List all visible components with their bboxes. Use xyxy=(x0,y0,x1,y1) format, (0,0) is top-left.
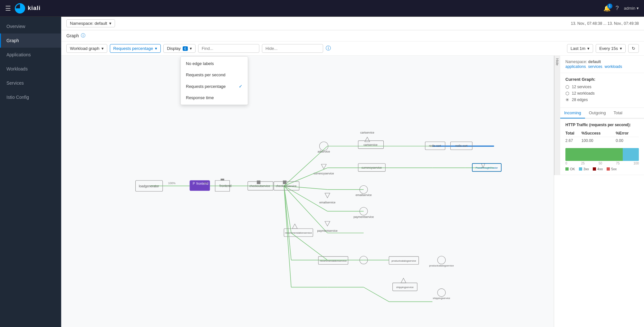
legend-5xx-color xyxy=(607,167,610,171)
dropdown-item-requests-per-second[interactable]: Requests per second xyxy=(181,69,248,80)
tab-outgoing[interactable]: Outgoing xyxy=(585,108,610,118)
bar-chart-container: 0 25 50 75 100 OK xyxy=(565,148,639,171)
legend-5xx: 5xx xyxy=(607,167,617,171)
sidebar-item-applications[interactable]: Applications xyxy=(0,48,61,62)
notification-badge: 1 xyxy=(607,4,612,9)
top-navigation: ☰ kiali 🔔 1 ? admin ▾ xyxy=(0,0,644,17)
graph-canvas-wrapper: loadgenerator P frontend frontend checko… xyxy=(61,56,644,327)
hamburger-menu[interactable]: ☰ xyxy=(5,5,11,12)
sidebar-item-istio-config[interactable]: Istio Config xyxy=(0,90,61,104)
col-success: %Success xyxy=(582,130,616,137)
namespace-label: Namespace: default xyxy=(70,21,107,26)
svg-text:adservice: adservice xyxy=(318,150,330,153)
val-error: 0.00 xyxy=(616,137,639,145)
svg-text:PassthroughCluster: PassthroughCluster xyxy=(476,166,498,169)
tab-total[interactable]: Total xyxy=(610,108,626,118)
svg-text:frontend: frontend xyxy=(219,184,231,188)
namespace-links: applications, services, workloads xyxy=(565,64,639,69)
current-graph-title: Current Graph: xyxy=(565,77,639,82)
svg-text:cartservice: cartservice xyxy=(360,131,374,134)
graph-canvas[interactable]: loadgenerator P frontend frontend checko… xyxy=(61,56,554,327)
traffic-table: Total %Success %Error 2.67 100.00 xyxy=(565,130,639,144)
logo-icon xyxy=(15,3,25,14)
graph-toolbar: Workload graph ▾ Requests percentage ▾ D… xyxy=(61,42,644,56)
svg-text:checkoutservice: checkoutservice xyxy=(276,184,296,188)
requests-percentage-chevron: ▾ xyxy=(155,46,157,51)
workloads-link[interactable]: workloads xyxy=(605,64,622,69)
table-row: 2.67 100.00 0.00 xyxy=(565,137,639,145)
bar-ok-segment xyxy=(565,148,623,161)
sidebar-item-graph[interactable]: Graph xyxy=(0,33,61,48)
hide-panel-button[interactable]: Hide xyxy=(554,56,560,175)
every-time-button[interactable]: Every 15s ▾ xyxy=(596,44,626,53)
svg-text:recommendationservice: recommendationservice xyxy=(320,259,347,262)
panel-tabs-section: Incoming Outgoing Total xyxy=(560,108,644,119)
main-header: Namespace: default ▾ 13. Nov., 07:48:38 … xyxy=(61,17,644,30)
tab-incoming[interactable]: Incoming xyxy=(560,108,585,118)
graph-title: Graph xyxy=(66,33,79,38)
display-chevron: ▾ xyxy=(190,46,192,51)
display-count-badge: 6 xyxy=(183,46,188,51)
services-link[interactable]: services xyxy=(588,64,602,69)
date-range: 13. Nov., 07:48:38 ... 13. Nov., 07:49:3… xyxy=(571,21,639,26)
sidebar-item-services[interactable]: Services xyxy=(0,76,61,90)
bar-legend: OK 3xx 4xx xyxy=(565,167,639,171)
legend-3xx-color xyxy=(579,167,582,171)
legend-ok: OK xyxy=(565,167,575,171)
dropdown-item-response-time[interactable]: Response time xyxy=(181,92,248,103)
legend-ok-color xyxy=(565,167,569,171)
dropdown-item-requests-percentage[interactable]: Requests percentage ✓ xyxy=(181,80,248,92)
last-time-button[interactable]: Last 1m ▾ xyxy=(567,44,593,53)
requests-percentage-button[interactable]: Requests percentage ▾ xyxy=(110,44,161,53)
svg-text:emailservice: emailservice xyxy=(319,201,335,204)
traffic-section: HTTP Traffic (requests per second): Tota… xyxy=(560,119,644,175)
find-input[interactable] xyxy=(198,44,259,53)
workload-graph-button[interactable]: Workload graph ▾ xyxy=(66,44,107,53)
legend-4xx-color xyxy=(593,167,596,171)
graph-titlebar: Graph ⓘ xyxy=(61,30,644,42)
hide-input[interactable] xyxy=(262,44,323,53)
traffic-title: HTTP Traffic (requests per second): xyxy=(565,123,639,127)
graph-workloads-count: ⬡ 12 workloads xyxy=(565,91,639,96)
current-graph-section: Current Graph: ⬡ 12 services ⬡ 12 worklo… xyxy=(560,73,644,108)
svg-text:paymentservice: paymentservice xyxy=(353,215,374,219)
svg-text:currencyservice: currencyservice xyxy=(361,166,382,169)
toolbar-right: Last 1m ▾ Every 15s ▾ ↻ xyxy=(567,44,639,53)
svg-text:redis-cart: redis-cart xyxy=(455,144,467,147)
svg-marker-42 xyxy=(221,179,224,181)
sidebar-item-workloads[interactable]: Workloads xyxy=(0,62,61,76)
namespace-section: Namespace: default applications, service… xyxy=(560,56,644,73)
svg-marker-47 xyxy=(283,181,286,184)
graph-services-count: ⬡ 12 services xyxy=(565,84,639,89)
legend-4xx: 4xx xyxy=(593,167,603,171)
help-icon[interactable]: ? xyxy=(616,5,619,12)
workload-graph-chevron: ▾ xyxy=(101,46,104,51)
refresh-button[interactable]: ↻ xyxy=(628,44,639,53)
svg-text:1%: 1% xyxy=(204,182,208,185)
edge-labels-dropdown: No edge labels Requests per second Reque… xyxy=(180,56,248,105)
val-total: 2.67 xyxy=(565,137,582,145)
namespace-section-label: Namespace: default xyxy=(565,60,639,64)
user-menu[interactable]: admin ▾ xyxy=(624,6,639,11)
hide-info-icon[interactable]: ⓘ xyxy=(326,45,331,52)
graph-info-icon[interactable]: ⓘ xyxy=(81,33,85,39)
svg-rect-0 xyxy=(117,56,497,327)
bar-3xx-segment xyxy=(623,148,639,161)
svg-text:productcatalogservice: productcatalogservice xyxy=(391,259,416,262)
namespace-selector[interactable]: Namespace: default ▾ xyxy=(66,19,115,27)
sidebar-item-overview[interactable]: Overview xyxy=(0,19,61,33)
svg-text:cartservice: cartservice xyxy=(363,143,377,146)
graph-edges-count: ✳ 28 edges xyxy=(565,97,639,102)
display-button[interactable]: Display 6 ▾ xyxy=(163,44,196,53)
check-mark-icon: ✓ xyxy=(239,84,243,89)
svg-marker-44 xyxy=(257,181,260,184)
applications-link[interactable]: applications xyxy=(565,64,586,69)
dropdown-item-no-edge-labels[interactable]: No edge labels xyxy=(181,58,248,69)
svg-text:shippingservice: shippingservice xyxy=(396,286,414,289)
namespace-chevron: ▾ xyxy=(109,21,111,26)
svg-text:productcatalogservice: productcatalogservice xyxy=(429,264,454,267)
logo-text: kiali xyxy=(28,5,41,12)
topnav-right-actions: 🔔 1 ? admin ▾ xyxy=(603,5,639,12)
notification-bell[interactable]: 🔔 1 xyxy=(603,5,610,12)
val-success: 100.00 xyxy=(582,137,616,145)
